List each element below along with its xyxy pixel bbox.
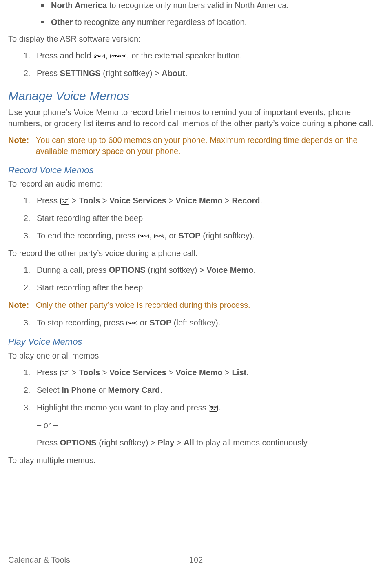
page-footer: Calendar & Tools 102 [8,555,384,566]
record-intro: To record an audio memo: [8,178,384,189]
step-text: . [218,403,221,412]
list-item: Press MENUOK > Tools > Voice Services > … [33,367,384,378]
step-text: > [70,196,79,205]
footer-section-title: Calendar & Tools [8,555,70,566]
step-text: . [246,368,249,377]
step-bold: Voice Services [109,196,166,205]
list-item: Press MENUOK > Tools > Voice Services > … [33,195,384,206]
step-text: Highlight the memo you want to play and … [37,403,208,412]
step-text: > [100,368,109,377]
back-key-icon: BACK [126,321,137,325]
during-call-steps-cont: To stop recording, press BACK or STOP (l… [8,317,384,328]
menu-ok-key-icon: MENUOK [60,370,69,376]
step-bold: Memory Card [108,385,160,394]
step-bold: Record [232,196,260,205]
record-steps: Press MENUOK > Tools > Voice Services > … [8,195,384,241]
step-bold: Voice Memo [176,368,223,377]
recognition-options-list: North America to recognize only numbers … [8,0,384,28]
step-bold: All [184,438,194,447]
note-label: Note: [8,300,32,311]
menu-ok-key-icon: MENUOK [60,198,69,205]
bullet-text: to recognize any number regardless of lo… [73,18,247,27]
section-heading-manage: Manage Voice Memos [8,88,384,105]
list-item: Highlight the memo you want to play and … [33,402,384,448]
note-text: Only the other party’s voice is recorded… [36,300,250,311]
step-text: Press [37,69,60,78]
step-bold: STOP [149,318,171,327]
document-page: North America to recognize only numbers … [0,0,392,568]
step-text: , [105,51,110,60]
manage-intro: Use your phone’s Voice Memo to record br… [8,107,384,129]
step-text: Start recording after the beep. [37,214,145,223]
during-call-intro: To record the other party’s voice during… [8,248,384,259]
step-text: (left softkey). [171,318,220,327]
note-block: Note: Only the other party’s voice is re… [8,300,384,311]
step-text: > [166,368,176,377]
end-key-icon: END [154,234,164,238]
back-key-icon: BACK [138,234,149,238]
step-text: (right softkey) > [97,438,158,447]
step-text: . [253,265,256,274]
or-divider: – or – [37,420,384,431]
step-text: (right softkey) > [146,265,207,274]
bullet-bold: North America [51,1,107,10]
step-text: During a call, press [37,265,109,274]
note-text: You can store up to 600 memos on your ph… [36,135,384,157]
step-bold: Tools [79,368,100,377]
list-item: Press and hold TALK, SPEAKER, or the ext… [33,50,384,61]
step-text: > [100,196,109,205]
step-alt: Press OPTIONS (right softkey) > Play > A… [37,437,384,448]
step-text: > [166,196,176,205]
step-text: Select [37,385,62,394]
during-call-steps: During a call, press OPTIONS (right soft… [8,265,384,293]
bullet-text: to recognize only numbers valid in North… [107,1,289,10]
step-bold: Voice Memo [206,265,253,274]
list-item: To stop recording, press BACK or STOP (l… [33,317,384,328]
step-text: (right softkey). [201,231,255,240]
asr-version-intro: To display the ASR software version: [8,33,384,45]
list-item: To end the recording, press BACK, END, o… [33,230,384,241]
list-item: North America to recognize only numbers … [51,0,384,11]
list-item: During a call, press OPTIONS (right soft… [33,265,384,276]
step-text: . [260,196,263,205]
list-item: Other to recognize any number regardless… [51,17,384,28]
talk-key-icon: TALK [94,54,105,58]
bullet-bold: Other [51,18,73,27]
asr-steps: Press and hold TALK, SPEAKER, or the ext… [8,50,384,79]
step-text: Start recording after the beep. [37,283,145,292]
step-bold: OPTIONS [60,438,97,447]
step-bold: SETTINGS [60,69,101,78]
step-text: Press [37,438,60,447]
page-number: 102 [189,555,203,566]
step-text: Press [37,368,60,377]
section-heading-record: Record Voice Memos [8,164,384,176]
step-bold: About [162,69,185,78]
step-text: > [223,368,232,377]
step-text: . [185,69,188,78]
step-bold: In Phone [62,385,96,394]
step-bold: List [232,368,247,377]
step-text: to play all memos continuously. [194,438,309,447]
step-bold: STOP [179,231,201,240]
step-bold: Voice Services [109,368,166,377]
step-text: , or [164,231,178,240]
step-text: To stop recording, press [37,318,126,327]
step-text: > [70,368,79,377]
step-text: . [160,385,162,394]
step-bold: Voice Memo [176,196,223,205]
list-item: Start recording after the beep. [33,213,384,224]
step-text: Press and hold [37,51,93,60]
speaker-key-icon: SPEAKER [110,54,126,58]
menu-ok-key-icon: MENUOK [209,405,218,412]
step-text: , or the external speaker button. [127,51,242,60]
step-text: or [137,318,149,327]
list-item: Select In Phone or Memory Card. [33,385,384,396]
step-text: To end the recording, press [37,231,138,240]
play-multiple-intro: To play multiple memos: [8,455,384,466]
step-text: , [149,231,154,240]
step-text: > [174,438,184,447]
step-bold: Tools [79,196,100,205]
step-bold: Play [157,438,174,447]
step-text: Press [37,196,60,205]
list-item: Start recording after the beep. [33,282,384,293]
